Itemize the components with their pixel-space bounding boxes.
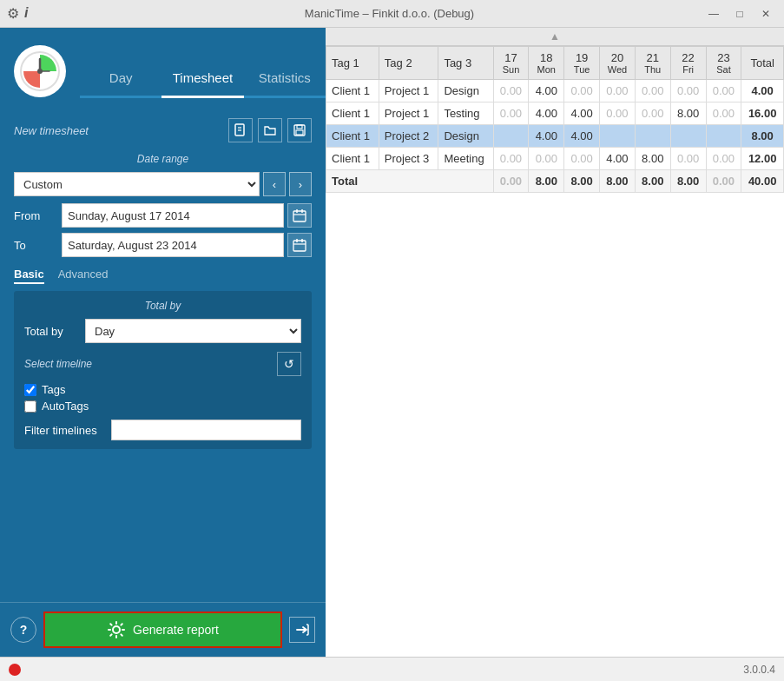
- date-range-label: Date range: [14, 153, 312, 165]
- cell-tag3: Design: [438, 125, 493, 148]
- new-timesheet-label: New timesheet: [14, 124, 89, 137]
- col-tag3: Tag 3: [438, 47, 493, 80]
- cell-d22: 0.00: [670, 80, 706, 102]
- total-cell-d20: 8.00: [600, 170, 636, 193]
- cell-tag2: Project 3: [379, 148, 438, 170]
- select-timeline-label: Select timeline: [24, 358, 92, 370]
- autotags-checkbox-row: AutoTags: [24, 400, 301, 413]
- generate-report-button[interactable]: Generate report: [43, 612, 282, 648]
- col-d18: 18 Mon: [529, 47, 564, 80]
- filter-timelines-input[interactable]: [111, 420, 301, 440]
- autotags-checkbox[interactable]: [24, 400, 36, 413]
- window-title: ManicTime – Finkit d.o.o. (Debug): [76, 7, 702, 20]
- col-d19: 19 Tue: [564, 47, 600, 80]
- total-cell-d21: 8.00: [635, 170, 670, 193]
- col-d17: 17 Sun: [493, 47, 529, 80]
- cell-d22: 0.00: [670, 148, 706, 170]
- col-tag1: Tag 1: [326, 47, 379, 80]
- cell-d21: 0.00: [635, 102, 670, 125]
- cell-d19: 4.00: [564, 102, 600, 125]
- to-date-input[interactable]: [62, 233, 284, 257]
- tab-day[interactable]: Day: [80, 60, 161, 96]
- cell-tag3: Testing: [438, 102, 493, 125]
- filter-timelines-label: Filter timelines: [24, 424, 111, 437]
- cell-d19: 0.00: [564, 148, 600, 170]
- from-row: From: [14, 203, 312, 228]
- sort-up-icon: ▲: [550, 30, 560, 43]
- tags-checkbox[interactable]: [24, 384, 36, 396]
- cell-d23: 0.00: [706, 80, 741, 102]
- tab-advanced[interactable]: Advanced: [58, 268, 109, 284]
- svg-rect-14: [293, 241, 306, 251]
- info-icon[interactable]: i: [24, 5, 28, 22]
- cell-d18: 4.00: [529, 125, 564, 148]
- tab-statistics[interactable]: Statistics: [244, 60, 326, 96]
- cell-tag3: Design: [438, 80, 493, 102]
- title-bar: ⚙ i ManicTime – Finkit d.o.o. (Debug) — …: [0, 0, 784, 28]
- cell-d20: 4.00: [600, 148, 636, 170]
- cell-d23: [706, 125, 741, 148]
- tab-basic[interactable]: Basic: [14, 268, 44, 284]
- next-date-button[interactable]: ›: [289, 172, 312, 196]
- version-label: 3.0.0.4: [743, 664, 775, 676]
- table-row: Client 1Project 1Testing0.004.004.000.00…: [326, 102, 784, 125]
- total-by-select[interactable]: Day Week Month: [85, 319, 301, 343]
- help-button[interactable]: ?: [10, 617, 36, 643]
- cell-total: 4.00: [741, 80, 784, 102]
- filter-timelines-row: Filter timelines: [24, 420, 301, 440]
- cell-d20: 0.00: [600, 80, 636, 102]
- cell-total: 16.00: [741, 102, 784, 125]
- total-row: Total0.008.008.008.008.008.000.0040.00: [326, 170, 784, 193]
- to-calendar-button[interactable]: [287, 233, 312, 257]
- cell-d18: 0.00: [529, 148, 564, 170]
- col-d21: 21 Thu: [635, 47, 670, 80]
- status-bar: 3.0.0.4: [0, 657, 784, 681]
- cell-d21: [635, 125, 670, 148]
- date-range-select[interactable]: Custom Today This week This month: [14, 172, 260, 196]
- cell-d17: 0.00: [493, 148, 529, 170]
- cell-d23: 0.00: [706, 148, 741, 170]
- total-cell-d19: 8.00: [564, 170, 600, 193]
- cell-d18: 4.00: [529, 80, 564, 102]
- total-cell-total: 40.00: [741, 170, 784, 193]
- save-icon[interactable]: [287, 118, 312, 142]
- col-tag2: Tag 2: [379, 47, 438, 80]
- cell-total: 8.00: [741, 125, 784, 148]
- cell-d22: [670, 125, 706, 148]
- cell-d20: 0.00: [600, 102, 636, 125]
- cell-d21: 0.00: [635, 80, 670, 102]
- close-button[interactable]: ✕: [754, 4, 777, 23]
- from-label: From: [14, 209, 62, 222]
- cell-d18: 4.00: [529, 102, 564, 125]
- recording-indicator: [9, 664, 21, 676]
- from-calendar-button[interactable]: [287, 203, 312, 228]
- cell-tag1: Client 1: [326, 102, 379, 125]
- nav-tabs: Day Timesheet Statistics: [80, 60, 326, 98]
- to-label: To: [14, 239, 62, 252]
- to-row: To: [14, 233, 312, 257]
- cell-d22: 8.00: [670, 102, 706, 125]
- prev-date-button[interactable]: ‹: [263, 172, 286, 196]
- refresh-timeline-button[interactable]: ↺: [277, 352, 301, 376]
- autotags-label: AutoTags: [42, 400, 89, 413]
- app-body: Day Timesheet Statistics New timesheet: [0, 28, 784, 657]
- open-folder-icon[interactable]: [258, 118, 282, 142]
- to-input-wrap: [62, 233, 312, 257]
- export-button[interactable]: [289, 617, 315, 643]
- cell-total: 12.00: [741, 148, 784, 170]
- tags-label: Tags: [42, 383, 65, 396]
- cell-tag1: Client 1: [326, 125, 379, 148]
- table-row: Client 1Project 1Design0.004.000.000.000…: [326, 80, 784, 102]
- cell-d17: 0.00: [493, 80, 529, 102]
- from-date-input[interactable]: [62, 203, 284, 228]
- total-by-section-label: Total by: [24, 300, 301, 312]
- new-doc-icon[interactable]: [228, 118, 253, 142]
- cell-tag1: Client 1: [326, 148, 379, 170]
- maximize-button[interactable]: □: [728, 4, 751, 23]
- cell-d20: [600, 125, 636, 148]
- tab-timesheet[interactable]: Timesheet: [161, 60, 243, 98]
- gear-icon[interactable]: ⚙: [7, 5, 19, 22]
- minimize-button[interactable]: —: [702, 4, 725, 23]
- app-logo: [14, 45, 66, 97]
- main-content: ▲ Tag 1 Tag 2 Tag 3 17 Sun 18 Mon: [326, 28, 784, 657]
